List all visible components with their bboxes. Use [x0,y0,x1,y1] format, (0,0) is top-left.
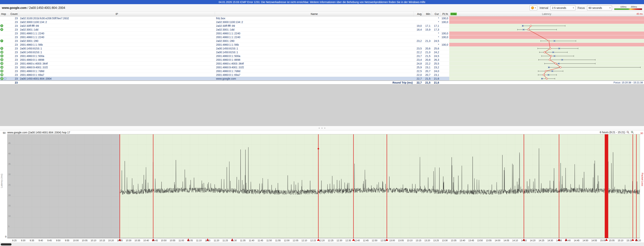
header-count[interactable]: Count [11,12,19,16]
avg-cell [414,20,423,24]
time-tick-label: 13:00 [389,239,395,242]
legend-200ms-label: 200ms [631,6,637,8]
header-hop[interactable]: Hop [0,12,11,16]
time-tick-label: 12:30 [336,239,342,242]
target-title: www.google.com / 2a00:1450:4001:804::200… [2,6,65,10]
time-tick-label: 11:20 [214,239,219,242]
table-row[interactable]: 7232a02:3001::2802a02:3001::28023,221,32… [0,39,644,43]
hop-badge: 13 [0,62,4,65]
min-cell [423,32,432,35]
name-cell: www.google.com [215,77,414,80]
zoom-in-icon[interactable] [631,131,634,134]
time-tick-label: 12:00 [284,239,290,242]
header-min[interactable]: Min [423,12,432,16]
cur-cell: 21,6 [432,77,440,80]
time-tick-label: 12:15 [310,239,316,242]
latency-band-cell [449,20,644,24]
table-row[interactable]: 10232a00:1450:8153::12a00:1450:8153::122… [0,50,644,54]
table-row[interactable]: 13232001:4860:c:4003::364f2001:4860:c:40… [0,62,644,66]
name-cell: 2001:4860:1:1::56b [215,43,414,46]
latency-band-cell [449,54,644,58]
time-graph-scrollbar[interactable] [0,242,644,246]
table-row[interactable]: 3232a02:30ff:ffff::992a02:30ff:ffff::991… [0,24,644,28]
time-tick-label: 12:05 [292,239,298,242]
hop-cell: 7 [0,39,11,43]
time-tick-label: 11:35 [240,239,246,242]
scrollbar-thumb[interactable] [1,243,12,245]
time-tick-label: 10:55 [170,239,175,242]
time-tick-label: 10:10 [91,239,96,242]
ip-cell: 2001:4860:0:1::69a7 [19,73,215,77]
time-tick-label: 12:50 [372,239,378,242]
svg-text:35: 35 [8,163,10,165]
ip-cell: 2a02:30ff:ffff::99 [19,24,215,28]
table-row[interactable]: 4232a02:3001::1dd2a02:3001::1dd18,415,91… [0,28,644,32]
table-row[interactable]: 232001:4860:1:1::22402001:4860:1:1::2240… [0,32,644,35]
focus-select[interactable]: 60 seconds ▾ [587,6,612,10]
table-row[interactable]: 17232a00:1450:4001:804::2004www.google.c… [0,77,644,81]
table-row[interactable]: 15232001:4860:0:1::7d8d2001:4860:0:1::7d… [0,69,644,73]
pl-cell [440,62,449,65]
trace-state-button[interactable]: ▾ [530,6,537,10]
hop-cell: 14 [0,66,11,69]
svg-text:10: 10 [8,215,10,217]
panel-splitter[interactable] [0,126,644,130]
hop-cell: 11 [0,54,11,58]
header-cur[interactable]: Cur [432,12,440,16]
header-avg[interactable]: Avg [414,12,423,16]
table-row[interactable]: 9232a00:1450:8153::12a00:1450:8153::123,… [0,47,644,50]
interval-select[interactable]: 2.5 seconds ▾ [550,6,576,10]
time-tick-label: 13:40 [460,239,465,242]
table-row[interactable]: 232001:4860:1:1::22402001:4860:1:1::2240… [0,35,644,39]
error-text: 04.01.2026 15:03 ICMP Error 1231: Die Ne… [219,1,426,4]
table-row[interactable]: 232001:4860:1:1::56b2001:4860:1:1::56b*1… [0,43,644,47]
time-tick-label: 12:45 [363,239,368,242]
latency-axis-title: Latency (ms) [0,174,3,188]
chevron-down-icon: ▾ [573,7,574,9]
footer-pl-cell [440,81,449,84]
min-cell [423,17,432,20]
table-row[interactable]: 232a02:3000:1100:134::22a02:3000:1100:13… [0,20,644,24]
header-latency[interactable]: 0 ms Latency 45 ms [449,12,644,16]
min-cell [423,35,432,39]
pl-cell [440,28,449,31]
svg-text:5: 5 [8,225,10,227]
hop-cell [0,17,11,20]
min-cell [423,43,432,46]
time-tick-label: 14:15 [521,239,527,242]
splitter-grip-icon [324,128,325,128]
header-pl[interactable]: PL% [440,12,449,16]
pl-cell [440,58,449,62]
latency-time-plot[interactable]: 45403530252015105 [0,134,644,242]
header-name[interactable]: Name [215,12,414,16]
count-cell: 23 [11,32,19,35]
hop-badge: 4 [0,28,3,31]
latency-band-cell [449,58,644,62]
latency-scale-max: 45 ms [636,13,643,15]
time-tick-label: 11:25 [222,239,228,242]
pl-cell [440,47,449,50]
hop-table-header: Hop Count IP Name Avg Min Cur PL% 0 ms L… [0,12,644,17]
footer-ip-cell [19,81,215,84]
latency-scale-min: 0 ms [450,13,457,15]
cur-cell: * [432,35,440,39]
table-row[interactable]: 14232001:4860:9:4001::31f22001:4860:9:40… [0,66,644,69]
table-row[interactable]: 11232001:4860:0:1::500a2001:4860:0:1::50… [0,54,644,58]
cur-cell: 25,6 [432,47,440,50]
time-tick-label: 15:10 [618,239,623,242]
zoom-out-icon[interactable] [626,131,630,134]
latency-scale-legend: 100ms 200ms [614,6,642,10]
table-row[interactable]: 12232001:4860:0:1::88982001:4860:0:1::88… [0,58,644,62]
time-tick-label: 11:30 [231,239,237,242]
time-tick-label: 13:10 [407,239,412,242]
table-row[interactable]: 232a02:3100:201b:fc00:e208:55ff:fee7:263… [0,17,644,20]
time-tick-label: 15:05 [609,239,614,242]
chevron-down-icon: ▾ [610,7,610,9]
avg-cell: 18,4 [414,28,423,31]
table-row[interactable]: 16232001:4860:0:1::69a72001:4860:0:1::69… [0,73,644,77]
cur-cell: 17,1 [432,24,440,28]
header-ip[interactable]: IP [19,12,215,16]
time-tick-label: 14:25 [538,239,544,242]
time-tick-label: 11:55 [275,239,281,242]
hop-cell: 9 [0,47,11,50]
